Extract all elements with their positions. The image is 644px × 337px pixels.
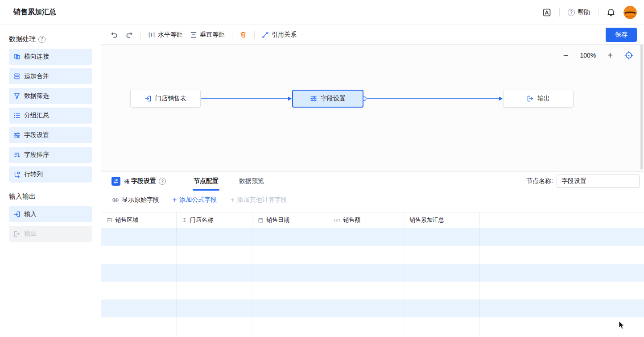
table-row <box>101 300 644 317</box>
vertical-distribute-button[interactable]: 垂直等距 <box>190 31 225 39</box>
delete-icon[interactable] <box>239 31 247 38</box>
sidebar-section-data-processing: 数据处理 ? <box>0 31 101 49</box>
table-cell <box>252 300 328 317</box>
date-field-icon <box>258 217 264 223</box>
column-header-sales-date[interactable]: 销售日期 <box>252 212 328 228</box>
node-name-input[interactable] <box>557 175 640 188</box>
number-field-icon: 123 <box>334 218 340 222</box>
zoom-controls: − 100% + <box>563 51 633 60</box>
table-cell <box>252 282 328 300</box>
input-icon <box>144 95 152 102</box>
plus-icon: + <box>230 196 234 204</box>
tab-node-config[interactable]: 节点配置 <box>193 172 219 191</box>
divider <box>232 31 232 39</box>
group-summary-icon <box>13 112 21 119</box>
add-other-calc-field-button: + 添加其他计算字段 <box>230 196 287 204</box>
table-cell <box>480 317 644 335</box>
divider <box>598 8 599 17</box>
panel-tabs: 节点配置 数据预览 <box>193 172 265 191</box>
reference-relation-icon <box>262 31 269 38</box>
column-label: 门店名称 <box>190 216 213 224</box>
table-row <box>101 264 644 282</box>
horizontal-distribute-icon <box>148 31 155 38</box>
show-original-fields-label: 显示原始字段 <box>122 196 159 204</box>
reference-relation-button[interactable]: 引用关系 <box>262 31 297 39</box>
table-cell <box>404 300 480 317</box>
zoom-level: 100% <box>580 52 596 59</box>
column-header-store-name[interactable]: 门店名称 <box>177 212 252 228</box>
divider <box>254 31 255 39</box>
node-label: 门店销售表 <box>155 95 186 103</box>
node-field-settings[interactable]: 字段设置 <box>292 90 363 108</box>
table-cell <box>101 246 177 264</box>
table-cell <box>404 246 480 264</box>
undo-icon[interactable] <box>110 31 118 39</box>
divider <box>140 31 141 39</box>
tab-data-preview[interactable]: 数据预览 <box>238 172 265 191</box>
table-cell <box>328 317 404 335</box>
output-icon <box>13 230 21 237</box>
field-settings-icon <box>124 179 130 184</box>
sidebar-item-label: 数据筛选 <box>24 92 49 100</box>
table-cell <box>404 317 480 335</box>
horizontal-distribute-button[interactable]: 水平等距 <box>148 31 183 39</box>
panel-actions: 显示原始字段 + 添加公式字段 + 添加其他计算字段 <box>101 191 644 209</box>
text-field-icon <box>182 217 187 223</box>
table-cell <box>252 228 328 246</box>
input-icon <box>13 211 21 218</box>
sidebar-item-label: 字段排序 <box>24 151 49 159</box>
table-cell <box>480 264 644 282</box>
redo-icon[interactable] <box>125 31 133 39</box>
table-cell <box>101 300 177 317</box>
node-config-panel: 字段设置 ? 节点配置 数据预览 节点名称: 显示原始字段 + <box>101 171 644 337</box>
sidebar-item-group-summary[interactable]: 分组汇总 <box>9 108 92 124</box>
sidebar-item-field-settings[interactable]: 字段设置 <box>9 127 92 143</box>
table-row <box>101 246 644 264</box>
help-button[interactable]: ? 帮助 <box>568 8 590 17</box>
sidebar-item-horizontal-join[interactable]: 横向连接 <box>9 49 92 65</box>
table-cell <box>101 317 177 335</box>
sidebar-item-field-sort[interactable]: 字段排序 <box>9 147 92 163</box>
zoom-in-button[interactable]: + <box>607 51 613 60</box>
add-formula-field-button[interactable]: + 添加公式字段 <box>173 196 217 204</box>
column-header-sales-region[interactable]: 销售区域 <box>101 212 177 228</box>
sidebar-item-label: 横向连接 <box>24 53 49 61</box>
notification-bell-icon[interactable] <box>607 8 615 17</box>
eye-icon <box>112 196 119 204</box>
vertical-scrollbar[interactable] <box>640 45 643 170</box>
flow-canvas[interactable]: 门店销售表 字段设置 输出 − 100% + <box>101 45 644 171</box>
node-output[interactable]: 输出 <box>503 90 574 108</box>
divider <box>559 8 560 17</box>
vertical-distribute-label: 垂直等距 <box>200 31 225 39</box>
help-icon: ? <box>568 9 575 16</box>
table-cell <box>177 264 252 282</box>
sidebar-item-input[interactable]: 输入 <box>9 206 92 222</box>
field-table: 销售区域 门店名称 销售日期 123 销售额 销售累 <box>101 212 644 337</box>
show-original-fields-button[interactable]: 显示原始字段 <box>112 196 159 204</box>
table-cell <box>101 264 177 282</box>
save-button[interactable]: 保存 <box>606 28 637 42</box>
table-cell <box>480 246 644 264</box>
locate-icon[interactable] <box>624 51 633 60</box>
column-header-sales-cumulative[interactable]: 销售累加汇总 <box>404 212 480 228</box>
help-icon[interactable]: ? <box>38 36 45 43</box>
table-cell <box>328 264 404 282</box>
sidebar-item-label: 行转列 <box>24 171 43 179</box>
vertical-distribute-icon <box>190 31 197 38</box>
language-icon[interactable] <box>542 8 551 17</box>
table-cell <box>328 228 404 246</box>
node-store-sales-table[interactable]: 门店销售表 <box>130 90 201 108</box>
top-bar: 销售累加汇总 ? 帮助 <box>0 0 644 25</box>
table-cell <box>177 300 252 317</box>
table-cell <box>328 282 404 300</box>
column-label: 销售累加汇总 <box>409 216 444 224</box>
column-header-sales-amount[interactable]: 123 销售额 <box>328 212 404 228</box>
sidebar-item-row-to-column[interactable]: 行转列 <box>9 166 92 183</box>
help-icon[interactable]: ? <box>159 178 166 185</box>
sidebar-item-data-filter[interactable]: 数据筛选 <box>9 88 92 104</box>
table-cell <box>404 228 480 246</box>
zoom-out-button[interactable]: − <box>563 51 569 60</box>
add-formula-field-label: 添加公式字段 <box>179 196 217 204</box>
sidebar-item-append-merge[interactable]: 追加合并 <box>9 68 92 84</box>
user-avatar[interactable] <box>623 6 637 19</box>
